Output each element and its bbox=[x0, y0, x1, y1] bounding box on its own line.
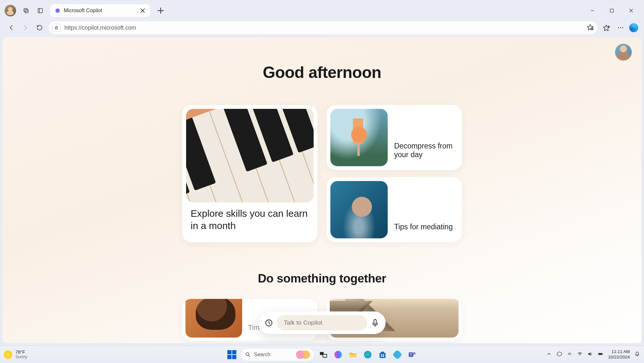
temperature: 78°F bbox=[15, 350, 27, 355]
svg-point-40 bbox=[413, 352, 416, 355]
search-placeholder: Search bbox=[254, 352, 270, 358]
favorites-button[interactable] bbox=[601, 22, 612, 33]
start-button[interactable] bbox=[226, 349, 238, 361]
svg-rect-37 bbox=[383, 356, 384, 357]
copilot-taskbar-icon[interactable] bbox=[332, 349, 344, 361]
svg-point-30 bbox=[334, 351, 342, 358]
card-title: Decompress from your day bbox=[394, 142, 458, 166]
tab-title: Microsoft Copilot bbox=[64, 8, 137, 14]
card-title: Tim bbox=[248, 323, 260, 338]
teams-icon[interactable]: T bbox=[406, 349, 418, 361]
tray-chevron-icon[interactable] bbox=[546, 351, 552, 358]
favorite-star-icon[interactable]: + bbox=[587, 24, 594, 32]
card-decompress[interactable]: Decompress from your day bbox=[327, 105, 462, 170]
talk-input[interactable] bbox=[277, 315, 367, 330]
minimize-button[interactable] bbox=[583, 4, 602, 18]
task-view-icon[interactable] bbox=[317, 349, 329, 361]
system-tray: 11:11 AM 10/22/2024 bbox=[546, 349, 640, 359]
onedrive-icon[interactable] bbox=[567, 351, 573, 358]
microphone-icon[interactable] bbox=[371, 318, 380, 328]
card-title: Tips for mediating bbox=[394, 223, 456, 238]
svg-point-4 bbox=[55, 8, 60, 13]
battery-icon[interactable] bbox=[598, 351, 603, 358]
person-image bbox=[185, 299, 242, 338]
tray-app-icon[interactable] bbox=[556, 351, 562, 358]
sun-icon bbox=[4, 350, 12, 359]
clock[interactable]: 11:11 AM 10/22/2024 bbox=[608, 349, 630, 359]
hand-water-image bbox=[330, 181, 388, 238]
svg-line-27 bbox=[249, 355, 250, 357]
svg-marker-43 bbox=[588, 352, 591, 356]
page-content: Good afternoon Explore skills you can le… bbox=[3, 37, 641, 343]
new-tab-button[interactable] bbox=[156, 6, 166, 15]
taskbar-search[interactable]: Search bbox=[241, 348, 315, 361]
site-info-icon[interactable] bbox=[52, 24, 61, 32]
account-avatar[interactable] bbox=[615, 44, 632, 61]
settings-more-button[interactable] bbox=[615, 22, 626, 33]
browser-window: Microsoft Copilot bbox=[1, 1, 643, 344]
url-text: https://copilot.microsoft.com bbox=[64, 24, 136, 31]
svg-point-26 bbox=[246, 353, 249, 356]
date: 10/22/2024 bbox=[608, 355, 630, 360]
copilot-favicon-icon bbox=[55, 8, 61, 14]
tab-close-icon[interactable] bbox=[140, 8, 146, 14]
svg-point-20 bbox=[618, 27, 619, 28]
svg-point-42 bbox=[580, 355, 581, 356]
time: 11:11 AM bbox=[608, 349, 630, 354]
greeting-heading: Good afternoon bbox=[3, 37, 641, 82]
search-icon bbox=[245, 352, 251, 358]
piano-image bbox=[186, 109, 314, 202]
svg-rect-45 bbox=[602, 353, 603, 354]
edge-icon[interactable] bbox=[362, 349, 374, 361]
svg-point-22 bbox=[622, 27, 623, 28]
svg-marker-17 bbox=[603, 25, 609, 31]
svg-rect-36 bbox=[381, 356, 382, 357]
svg-rect-1 bbox=[25, 10, 28, 13]
svg-rect-10 bbox=[610, 9, 613, 12]
svg-marker-41 bbox=[557, 352, 562, 356]
svg-rect-34 bbox=[381, 354, 382, 355]
notifications-icon[interactable] bbox=[634, 351, 640, 358]
svg-point-21 bbox=[620, 27, 621, 28]
svg-text:+: + bbox=[592, 28, 592, 30]
svg-rect-2 bbox=[38, 8, 42, 13]
window-controls bbox=[583, 4, 641, 18]
svg-rect-29 bbox=[323, 354, 327, 357]
talk-bar bbox=[259, 311, 386, 334]
forward-button[interactable] bbox=[20, 22, 31, 33]
svg-rect-0 bbox=[24, 8, 27, 12]
suggestion-cards: Explore skills you can learn in a month … bbox=[3, 105, 641, 242]
address-bar[interactable]: https://copilot.microsoft.com + bbox=[48, 21, 598, 34]
history-icon[interactable] bbox=[264, 318, 274, 328]
svg-rect-44 bbox=[599, 353, 602, 355]
weather-widget[interactable]: 78°F Sunny bbox=[4, 350, 27, 359]
titlebar: Microsoft Copilot bbox=[1, 1, 643, 20]
svg-rect-32 bbox=[380, 353, 386, 358]
app-icon-1[interactable] bbox=[391, 349, 403, 361]
back-button[interactable] bbox=[6, 22, 17, 33]
wifi-icon[interactable] bbox=[577, 351, 583, 358]
card-explore-skills[interactable]: Explore skills you can learn in a month bbox=[182, 105, 317, 242]
nav-toolbar: https://copilot.microsoft.com + bbox=[1, 20, 643, 37]
profile-avatar[interactable] bbox=[5, 5, 16, 16]
close-button[interactable] bbox=[621, 4, 641, 18]
svg-rect-35 bbox=[383, 354, 384, 355]
search-highlight-icon bbox=[296, 350, 310, 359]
card-title: Explore skills you can learn in a month bbox=[186, 202, 314, 232]
svg-rect-24 bbox=[374, 319, 376, 324]
volume-icon[interactable] bbox=[587, 351, 593, 358]
store-icon[interactable] bbox=[376, 349, 389, 361]
maximize-button[interactable] bbox=[602, 4, 621, 18]
vertical-tabs-icon[interactable] bbox=[36, 6, 44, 15]
section-heading: Do something together bbox=[3, 272, 641, 285]
svg-text:T: T bbox=[410, 352, 412, 356]
browser-tab[interactable]: Microsoft Copilot bbox=[50, 4, 150, 17]
copilot-sidebar-icon[interactable] bbox=[629, 23, 638, 32]
file-explorer-icon[interactable] bbox=[347, 349, 359, 361]
card-mediating[interactable]: Tips for mediating bbox=[327, 177, 462, 242]
svg-rect-13 bbox=[55, 27, 58, 29]
condition: Sunny bbox=[15, 355, 27, 359]
refresh-button[interactable] bbox=[34, 22, 45, 33]
windows-taskbar: 78°F Sunny Search T bbox=[0, 346, 644, 363]
workspaces-icon[interactable] bbox=[22, 6, 30, 15]
